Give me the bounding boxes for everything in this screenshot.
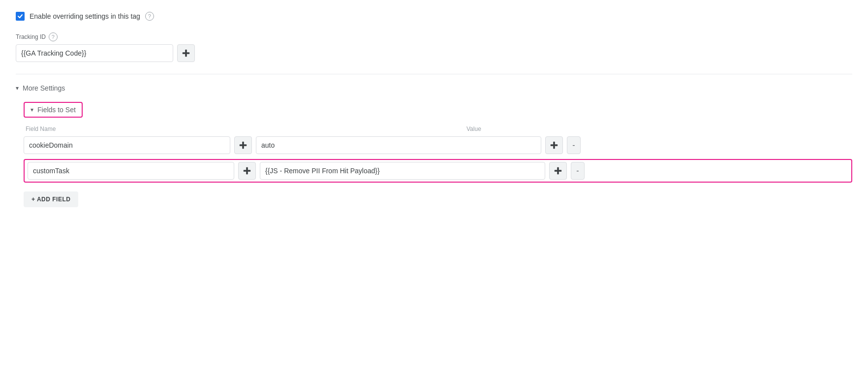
add-field-button[interactable]: + ADD FIELD: [24, 191, 78, 207]
col-header-value: Value: [466, 126, 481, 132]
field-value-input-1[interactable]: [256, 136, 541, 154]
svg-rect-9: [557, 167, 559, 174]
field-value-input-2[interactable]: [260, 162, 545, 180]
field-row-1: -: [24, 136, 852, 154]
svg-rect-5: [553, 142, 555, 149]
fields-to-set-header[interactable]: ▾ Fields to Set: [24, 102, 83, 118]
enable-override-checkbox[interactable]: [16, 12, 25, 21]
more-settings-label: More Settings: [23, 84, 65, 92]
field-name-input-1[interactable]: [24, 136, 230, 154]
remove-row-btn-1[interactable]: -: [567, 136, 581, 154]
more-settings-chevron: ▾: [16, 85, 19, 92]
field-name-variable-btn-1[interactable]: [234, 136, 252, 154]
col-header-fieldname: Field Name: [26, 126, 242, 132]
fields-to-set-chevron: ▾: [31, 106, 33, 113]
column-headers: Field Name Value: [24, 126, 852, 132]
enable-override-help-icon[interactable]: ?: [145, 12, 154, 21]
tracking-id-help-icon[interactable]: ?: [49, 32, 58, 41]
field-name-input-2[interactable]: [28, 162, 234, 180]
field-value-variable-btn-2[interactable]: [549, 162, 567, 180]
tracking-id-row: [16, 44, 852, 62]
section-divider: [16, 74, 852, 74]
svg-rect-3: [242, 142, 244, 149]
more-settings-content: ▾ Fields to Set Field Name Value -: [24, 102, 852, 207]
fields-to-set-label: Fields to Set: [37, 106, 76, 114]
enable-override-label: Enable overriding settings in this tag: [30, 12, 140, 20]
svg-rect-1: [185, 50, 187, 57]
tracking-id-input[interactable]: [16, 44, 173, 62]
tracking-id-variable-button[interactable]: [177, 44, 195, 62]
field-value-variable-btn-1[interactable]: [545, 136, 563, 154]
field-row-2: -: [24, 159, 852, 183]
svg-rect-7: [246, 167, 248, 174]
tracking-id-label: Tracking ID ?: [16, 32, 852, 41]
remove-row-btn-2[interactable]: -: [571, 162, 585, 180]
more-settings-header[interactable]: ▾ More Settings: [16, 84, 852, 92]
field-name-variable-btn-2[interactable]: [238, 162, 256, 180]
